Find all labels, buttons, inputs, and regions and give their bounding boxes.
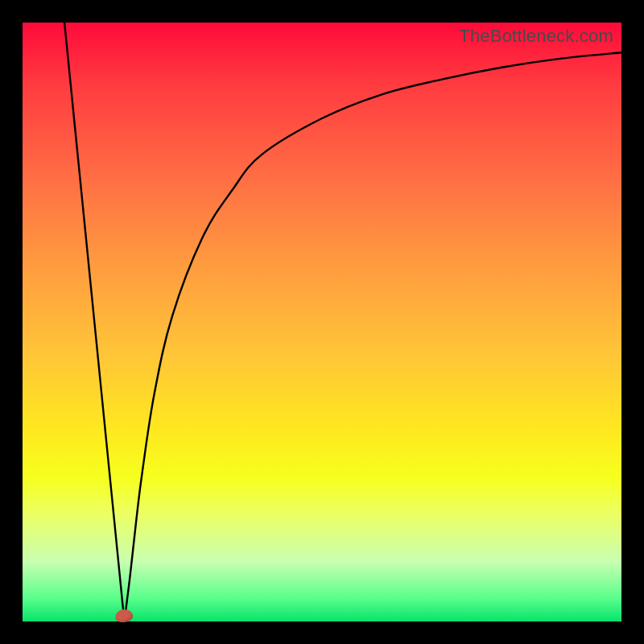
bottleneck-curve-right [124, 52, 621, 621]
chart-frame: TheBottleneck.com [0, 0, 644, 644]
plot-area: TheBottleneck.com [23, 23, 621, 621]
curve-svg [23, 23, 621, 621]
bottleneck-curve-left [64, 23, 124, 621]
